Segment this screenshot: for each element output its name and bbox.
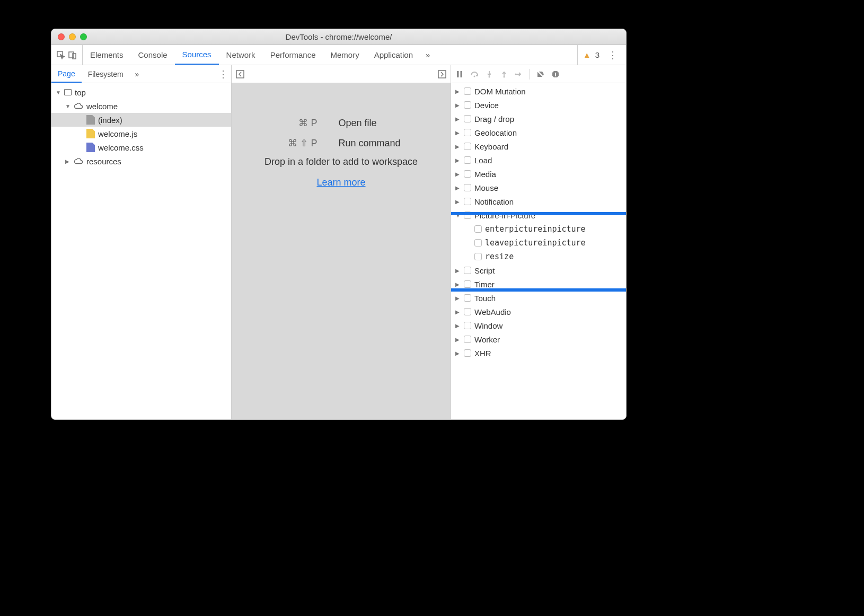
category-checkbox[interactable] [464, 212, 471, 219]
navigator-tab-page[interactable]: Page [51, 65, 82, 83]
navigator-tab-filesystem[interactable]: Filesystem [82, 65, 130, 83]
tab-network[interactable]: Network [219, 45, 263, 65]
category-label: XHR [474, 349, 491, 358]
event-listener-breakpoints[interactable]: ▶DOM Mutation▶Device▶Drag / drop▶Geoloca… [451, 83, 626, 419]
category-checkbox[interactable] [464, 294, 471, 302]
tree-file-welcome-css[interactable]: welcome.css [51, 140, 231, 154]
category-label: Picture-in-Picture [474, 211, 535, 220]
breakpoint-category[interactable]: ▶Window [451, 319, 626, 332]
item-label: resize [485, 252, 514, 261]
category-checkbox[interactable] [464, 308, 471, 315]
category-checkbox[interactable] [464, 143, 471, 150]
category-checkbox[interactable] [464, 349, 471, 357]
breakpoint-category[interactable]: ▶Mouse [451, 181, 626, 195]
chevron-right-icon: ▶ [455, 350, 461, 356]
breakpoint-category[interactable]: ▶XHR [451, 346, 626, 360]
breakpoint-category[interactable]: ▶DOM Mutation [451, 84, 626, 98]
tree-label: (index) [98, 116, 122, 125]
breakpoint-category[interactable]: ▶Notification [451, 195, 626, 208]
category-label: Device [474, 101, 499, 110]
device-toolbar-icon[interactable] [68, 51, 77, 59]
category-checkbox[interactable] [464, 322, 471, 329]
category-checkbox[interactable] [464, 156, 471, 164]
navigator-tabs-overflow[interactable]: » [130, 70, 145, 78]
category-checkbox[interactable] [464, 115, 471, 122]
tab-console[interactable]: Console [131, 45, 175, 65]
devtools-window: DevTools - chrome://welcome/ Elements Co… [51, 29, 627, 420]
navigator-kebab-icon[interactable]: ⋮ [215, 68, 231, 80]
step-over-icon[interactable] [470, 70, 479, 78]
category-label: Geolocation [474, 128, 517, 137]
chevron-right-icon: ▶ [455, 144, 461, 149]
step-into-icon[interactable] [485, 70, 493, 78]
category-checkbox[interactable] [464, 87, 471, 95]
inspect-element-icon[interactable] [57, 51, 65, 59]
category-label: Drag / drop [474, 115, 514, 124]
main-area: Page Filesystem » ⋮ ▼ top ▼ welcome [51, 65, 626, 419]
cloud-icon [74, 103, 83, 109]
breakpoint-category[interactable]: ▼Picture-in-Picture [451, 208, 626, 222]
warnings-indicator[interactable]: ▲ 3 [583, 50, 599, 59]
svg-rect-12 [555, 75, 556, 76]
step-out-icon[interactable] [500, 70, 508, 78]
file-tree[interactable]: ▼ top ▼ welcome (index) welcom [51, 83, 231, 419]
chevron-right-icon: ▶ [455, 157, 461, 163]
category-checkbox[interactable] [464, 280, 471, 288]
chevron-down-icon: ▼ [56, 90, 61, 95]
category-checkbox[interactable] [464, 184, 471, 191]
tab-application[interactable]: Application [367, 45, 420, 65]
svg-rect-4 [438, 71, 446, 78]
breakpoint-category[interactable]: ▶Load [451, 153, 626, 167]
breakpoint-category[interactable]: ▶Touch [451, 291, 626, 305]
show-navigator-icon[interactable] [236, 70, 244, 78]
category-checkbox[interactable] [464, 336, 471, 343]
breakpoint-category[interactable]: ▶Drag / drop [451, 112, 626, 126]
breakpoint-item[interactable]: resize [451, 250, 626, 263]
item-checkbox[interactable] [474, 239, 482, 247]
svg-point-7 [474, 75, 475, 77]
tree-node-resources[interactable]: ▶ resources [51, 154, 231, 168]
step-icon[interactable] [515, 70, 523, 78]
tab-sources[interactable]: Sources [175, 45, 219, 65]
svg-rect-6 [461, 71, 463, 77]
category-checkbox[interactable] [464, 267, 471, 274]
breakpoint-item[interactable]: enterpictureinpicture [451, 222, 626, 236]
tree-file-index[interactable]: (index) [51, 113, 231, 127]
tab-performance[interactable]: Performance [263, 45, 323, 65]
breakpoint-category[interactable]: ▶Worker [451, 332, 626, 346]
tab-elements[interactable]: Elements [83, 45, 131, 65]
settings-kebab-icon[interactable]: ⋮ [605, 49, 621, 61]
chevron-right-icon: ▶ [455, 89, 461, 94]
svg-rect-11 [555, 73, 556, 75]
chevron-right-icon: ▶ [455, 171, 461, 177]
tabs-overflow[interactable]: » [420, 50, 435, 59]
tree-node-top[interactable]: ▼ top [51, 85, 231, 99]
tab-memory[interactable]: Memory [323, 45, 367, 65]
learn-more-link[interactable]: Learn more [316, 177, 365, 188]
tree-node-welcome[interactable]: ▼ welcome [51, 99, 231, 113]
show-debugger-icon[interactable] [438, 70, 446, 78]
pause-on-exceptions-icon[interactable] [551, 70, 560, 78]
item-checkbox[interactable] [474, 225, 482, 233]
editor-placeholder: ⌘ P Open file ⌘ ⇧ P Run command Drop in … [232, 83, 451, 419]
breakpoint-category[interactable]: ▶Keyboard [451, 139, 626, 153]
breakpoint-category[interactable]: ▶Media [451, 167, 626, 181]
breakpoint-category[interactable]: ▶Device [451, 98, 626, 112]
breakpoint-category[interactable]: ▶WebAudio [451, 305, 626, 319]
category-label: WebAudio [474, 307, 511, 316]
chevron-right-icon: ▶ [455, 199, 461, 205]
pause-icon[interactable] [455, 70, 464, 78]
breakpoint-category[interactable]: ▶Script [451, 263, 626, 277]
deactivate-breakpoints-icon[interactable] [536, 70, 545, 78]
shortcut-action: Open file [339, 118, 424, 129]
category-checkbox[interactable] [464, 101, 471, 109]
category-checkbox[interactable] [464, 129, 471, 136]
category-checkbox[interactable] [464, 170, 471, 178]
breakpoint-category[interactable]: ▶Geolocation [451, 126, 626, 139]
breakpoint-category[interactable]: ▶Timer [451, 277, 626, 291]
debugger-panel: ▶DOM Mutation▶Device▶Drag / drop▶Geoloca… [451, 65, 626, 419]
category-checkbox[interactable] [464, 198, 471, 205]
item-checkbox[interactable] [474, 253, 482, 260]
tree-file-welcome-js[interactable]: welcome.js [51, 127, 231, 140]
breakpoint-item[interactable]: leavepictureinpicture [451, 236, 626, 250]
